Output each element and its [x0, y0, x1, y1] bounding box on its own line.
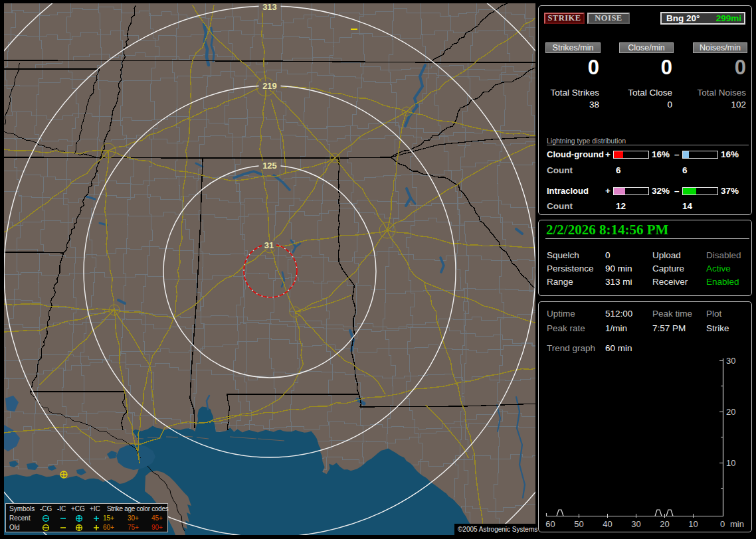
- svg-text:125: 125: [262, 161, 277, 171]
- svg-text:31: 31: [264, 240, 274, 250]
- svg-text:219: 219: [262, 81, 277, 91]
- svg-text:313: 313: [262, 3, 277, 12]
